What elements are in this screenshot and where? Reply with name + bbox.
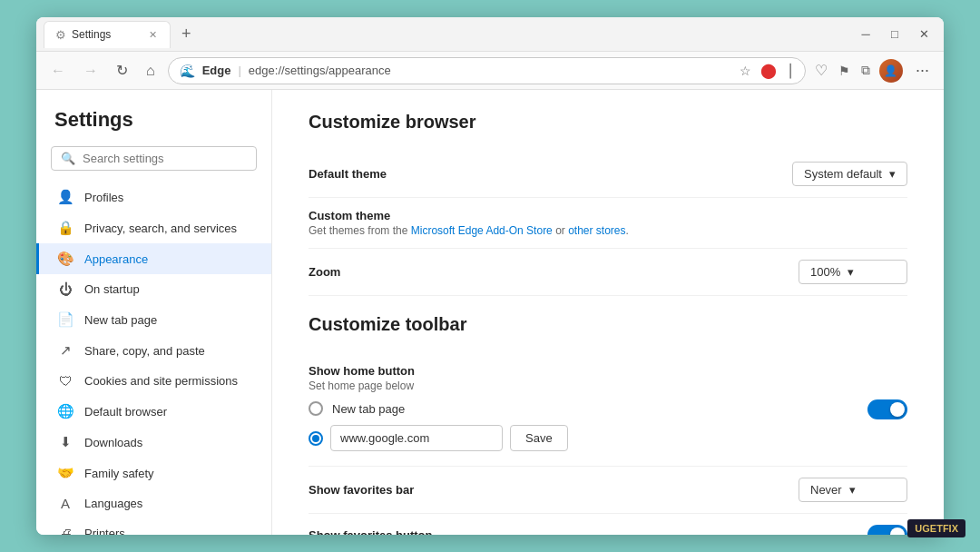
profiles-label: Profiles	[84, 191, 123, 204]
maximize-button[interactable]: □	[882, 25, 907, 44]
family-label: Family safety	[84, 467, 154, 480]
printers-icon: 🖨	[57, 526, 74, 535]
sidebar-search-icon: 🔍	[61, 152, 75, 165]
custom-theme-period: .	[626, 224, 629, 237]
show-favorites-bar-value: Never	[810, 483, 842, 497]
default-theme-value: System default	[804, 167, 882, 181]
sidebar-item-default-browser[interactable]: 🌐 Default browser	[36, 396, 271, 427]
refresh-button[interactable]: ↻	[111, 58, 133, 83]
show-home-button-sublabel: Set home page below	[309, 380, 568, 392]
zoom-chevron-icon: ▾	[848, 265, 854, 279]
default-theme-dropdown[interactable]: System default ▾	[792, 162, 907, 186]
custom-theme-label: Custom theme	[309, 209, 629, 222]
show-favorites-bar-dropdown[interactable]: Never ▾	[799, 478, 907, 502]
default-browser-icon: 🌐	[57, 403, 74, 419]
zoom-value: 100%	[810, 265, 840, 279]
toggle-knob	[890, 402, 905, 417]
sidebar-item-family[interactable]: 🤝 Family safety	[36, 458, 271, 488]
show-favorites-button-toggle[interactable]	[867, 525, 907, 535]
settings-tab-icon: ⚙	[55, 28, 66, 42]
privacy-icon: 🔒	[57, 220, 74, 236]
url-text: edge://settings/appearance	[249, 64, 730, 77]
show-favorites-button-row: Show favorites button	[309, 514, 907, 535]
search-input[interactable]	[83, 152, 247, 165]
show-favorites-button-label: Show favorites button	[309, 528, 433, 536]
url-radio[interactable]	[309, 431, 323, 446]
watermark: UGETFIX	[907, 519, 965, 537]
sidebar-item-languages[interactable]: A Languages	[36, 488, 271, 518]
new-tab-radio[interactable]	[309, 401, 323, 416]
sidebar-item-downloads[interactable]: ⬇ Downloads	[36, 427, 271, 458]
reading-list-icon[interactable]: ⬤	[759, 60, 779, 81]
sidebar-item-printers[interactable]: 🖨 Printers	[36, 518, 271, 535]
sidebar-item-profiles[interactable]: 👤 Profiles	[36, 182, 271, 212]
sidebar-item-cookies[interactable]: 🛡 Cookies and site permissions	[36, 366, 271, 396]
custom-theme-row: Custom theme Get themes from the Microso…	[309, 198, 907, 249]
title-bar: ⚙ Settings ✕ + ─ □ ✕	[36, 17, 944, 52]
languages-icon: A	[57, 496, 74, 511]
sidebar-item-startup[interactable]: ⏻ On startup	[36, 274, 271, 304]
appearance-label: Appearance	[84, 252, 148, 266]
url-separator: |	[238, 64, 240, 77]
edge-addon-store-link[interactable]: Microsoft Edge Add-On Store	[411, 224, 553, 237]
home-nav-button[interactable]: ⌂	[141, 59, 161, 83]
newtab-icon: 📄	[57, 311, 74, 328]
minimize-button[interactable]: ─	[853, 25, 878, 44]
newtab-label: New tab page	[84, 313, 157, 327]
extensions-icon[interactable]: ⧉	[859, 61, 872, 80]
window-controls: ─ □ ✕	[853, 25, 936, 44]
browser-essentials-icon[interactable]: ♡	[813, 60, 829, 81]
more-tools-button[interactable]: ···	[910, 59, 935, 82]
new-tab-button[interactable]: +	[176, 25, 197, 44]
tab-close-button[interactable]: ✕	[147, 27, 159, 43]
sidebar-search[interactable]: 🔍	[51, 146, 257, 171]
default-browser-label: Default browser	[84, 405, 167, 419]
show-home-button-toggle[interactable]	[867, 399, 907, 419]
zoom-dropdown[interactable]: 100% ▾	[799, 260, 907, 284]
show-home-button-label: Show home button	[309, 364, 568, 378]
back-button[interactable]: ←	[45, 59, 71, 83]
sidebar-title: Settings	[36, 108, 271, 146]
browser-window: ⚙ Settings ✕ + ─ □ ✕ ← → ↻ ⌂ 🌊 Edge | ed…	[36, 17, 944, 535]
settings-tab[interactable]: ⚙ Settings ✕	[44, 21, 171, 48]
edge-logo-icon: 🌊	[180, 64, 195, 78]
sidebar-item-share[interactable]: ↗ Share, copy, and paste	[36, 335, 271, 366]
default-theme-row: Default theme System default ▾	[309, 151, 907, 198]
custom-theme-description: Get themes from the Microsoft Edge Add-O…	[309, 224, 629, 237]
favorites-toggle-knob	[890, 527, 905, 535]
family-icon: 🤝	[57, 465, 74, 481]
sidebar-item-appearance[interactable]: 🎨 Appearance	[36, 243, 271, 274]
customize-browser-title: Customize browser	[309, 112, 907, 133]
default-theme-label: Default theme	[309, 167, 387, 181]
startup-label: On startup	[84, 282, 140, 296]
profile-button[interactable]: 👤	[879, 59, 903, 83]
collections-icon[interactable]: ⚑	[837, 62, 852, 80]
url-bar[interactable]: 🌊 Edge | edge://settings/appearance ☆ ⬤ …	[168, 57, 806, 84]
forward-button[interactable]: →	[78, 59, 103, 83]
downloads-label: Downloads	[84, 436, 142, 449]
favorites-bar-chevron-icon: ▾	[849, 483, 856, 497]
zoom-row: Zoom 100% ▾	[309, 249, 907, 296]
other-stores-link[interactable]: other stores	[568, 224, 625, 237]
privacy-label: Privacy, search, and services	[84, 222, 237, 235]
close-button[interactable]: ✕	[911, 25, 936, 44]
languages-label: Languages	[84, 497, 142, 510]
startup-icon: ⏻	[57, 281, 74, 297]
address-bar: ← → ↻ ⌂ 🌊 Edge | edge://settings/appeara…	[36, 52, 944, 90]
content-area: Settings 🔍 👤 Profiles 🔒 Privacy, search,…	[36, 90, 944, 535]
printers-label: Printers	[84, 527, 125, 535]
custom-theme-desc-text: Get themes from the	[309, 224, 411, 237]
share-label: Share, copy, and paste	[84, 344, 205, 358]
home-url-save-button[interactable]: Save	[510, 425, 568, 451]
url-brand: Edge	[202, 64, 231, 77]
home-button-options: New tab page Save	[309, 392, 568, 455]
sidebar-item-privacy[interactable]: 🔒 Privacy, search, and services	[36, 212, 271, 243]
profiles-icon: 👤	[57, 189, 74, 205]
favorites-icon[interactable]: ☆	[738, 62, 753, 80]
show-home-button-row: Show home button Set home page below New…	[309, 353, 907, 467]
sidebar-item-newtab[interactable]: 📄 New tab page	[36, 304, 271, 335]
split-screen-icon[interactable]: ⎟	[784, 62, 794, 80]
home-url-input[interactable]	[330, 425, 503, 451]
sidebar: Settings 🔍 👤 Profiles 🔒 Privacy, search,…	[36, 90, 272, 535]
show-home-button-info: Show home button Set home page below New…	[309, 364, 568, 455]
